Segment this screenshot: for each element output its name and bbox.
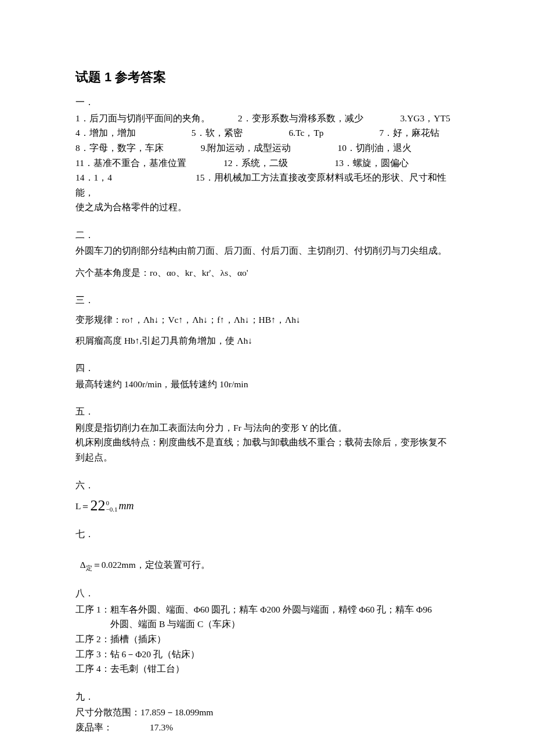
sec7-line1: Δ定＝0.022mm，定位装置可行。: [75, 543, 459, 574]
section-7-head: 七．: [75, 527, 459, 542]
sec1-line2: 4．增加，增加 5．软，紧密 6.Tc，Tp 7．好，麻花钻: [75, 125, 459, 141]
section-8-head: 八．: [75, 586, 459, 601]
delta-symbol: Δ: [80, 560, 86, 570]
sec4-line1: 最高转速约 1400r/min，最低转速约 10r/min: [75, 377, 459, 392]
section-9-head: 九．: [75, 689, 459, 704]
sec1-line3: 8．字母，数字，车床 9.附加运动，成型运动 10．切削油，退火: [75, 141, 459, 156]
sec5-line3: 到起点。: [75, 450, 459, 465]
sec1-line4: 11．基准不重合，基准位置 12．系统，二级 13．螺旋，圆偏心: [75, 156, 459, 171]
sec6-formula: L＝220−0.1mm: [75, 494, 459, 519]
sec1-line6: 使之成为合格零件的过程。: [75, 200, 459, 215]
section-6-head: 六．: [75, 478, 459, 493]
sec3-line2: 积屑瘤高度 Hb↑,引起刀具前角增加，使 Λh↓: [75, 333, 459, 348]
sec8-line3: 工序 3：钻 6－Φ20 孔（钻床）: [75, 647, 459, 662]
sec2-line1: 外圆车刀的切削部分结构由前刀面、后刀面、付后刀面、主切削刃、付切削刃与刀尖组成。: [75, 243, 459, 258]
formula-unit: mm: [118, 500, 134, 512]
formula-value: 22: [90, 497, 105, 514]
sec5-line2: 机床刚度曲线特点：刚度曲线不是直线；加载与卸载曲线不重合；载荷去除后，变形恢复不: [75, 435, 459, 450]
sec8-line2: 工序 2：插槽（插床）: [75, 632, 459, 647]
sec2-line2: 六个基本角度是：ro、αo、kr、kr'、λs、αo': [75, 265, 459, 280]
sec8-line4: 工序 4：去毛刺（钳工台）: [75, 661, 459, 676]
sec9-line1: 尺寸分散范围：17.859－18.099mm: [75, 705, 459, 720]
sec1-line1: 1．后刀面与切削平面间的夹角。 2．变形系数与滑移系数，减少 3.YG3，YT5: [75, 111, 459, 126]
delta-rest: ＝0.022mm，定位装置可行。: [92, 560, 210, 570]
sec8-line1b: 外圆、端面 B 与端面 C（车床）: [75, 617, 459, 632]
formula-tolerance: 0−0.1: [106, 500, 117, 513]
section-5-head: 五．: [75, 404, 459, 419]
section-4-head: 四．: [75, 361, 459, 376]
section-2-head: 二．: [75, 228, 459, 243]
page-title: 试题 1 参考答案: [75, 67, 459, 88]
sec8-line1: 工序 1：粗车各外圆、端面、Φ60 圆孔；精车 Φ200 外圆与端面，精镗 Φ6…: [75, 602, 459, 617]
sec5-line1: 刚度是指切削力在加工表面法向分力，Fr 与法向的变形 Y 的比值。: [75, 420, 459, 435]
sec1-line5: 14．1，4 15．用机械加工方法直接改变原材料或毛坯的形状、尺寸和性能，: [75, 170, 459, 200]
delta-subscript: 定: [86, 564, 92, 571]
formula-lead: L＝: [75, 501, 90, 511]
sec9-line2: 废品率： 17.3%: [75, 720, 459, 735]
section-3-head: 三．: [75, 293, 459, 308]
sec3-line1: 变形规律：ro↑，Λh↓；Vc↑，Λh↓；f↑，Λh↓；HB↑，Λh↓: [75, 312, 459, 327]
section-1-head: 一．: [75, 95, 459, 110]
